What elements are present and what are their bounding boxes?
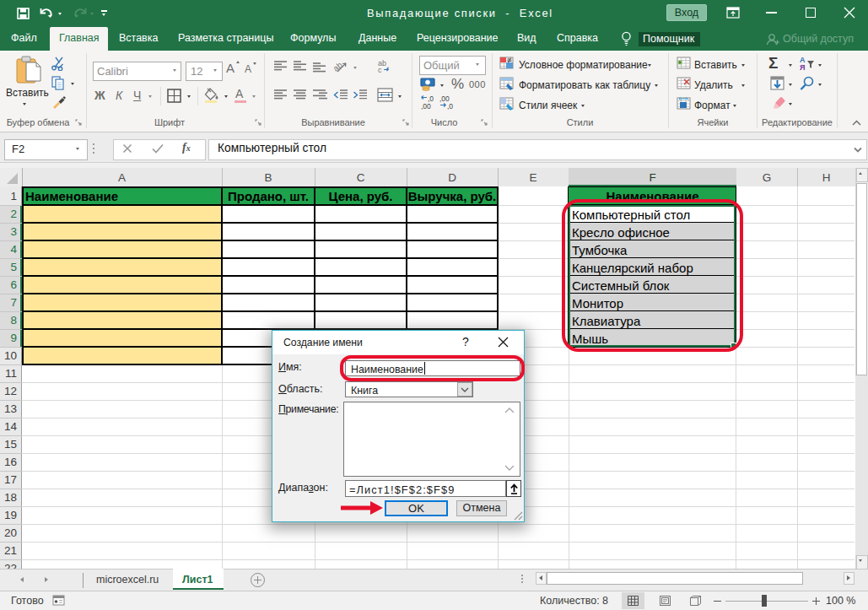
svg-text:c: c xyxy=(378,66,382,73)
svg-text:,00: ,00 xyxy=(421,102,431,110)
svg-text:Я: Я xyxy=(800,63,805,71)
svg-text:,0: ,0 xyxy=(447,102,453,110)
